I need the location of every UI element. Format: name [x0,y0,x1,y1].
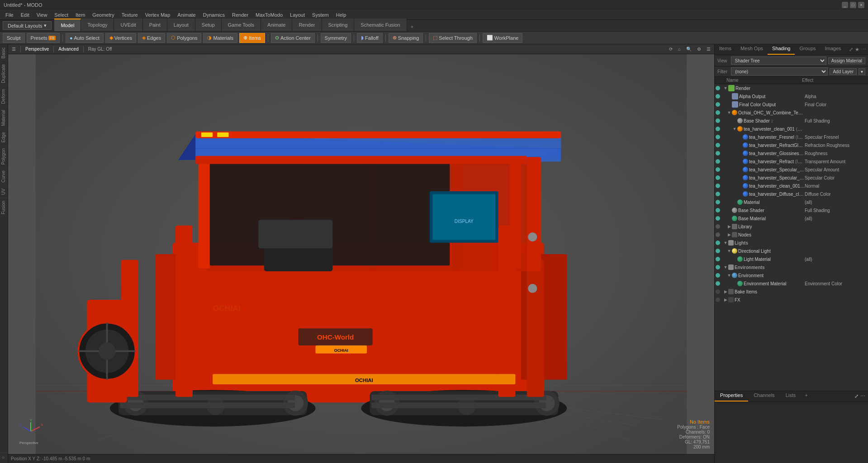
vis-tea-fresnel[interactable] [715,135,721,139]
tree-row-fx[interactable]: ▶ FX [715,296,868,304]
toggle-library[interactable]: ▶ [726,224,732,229]
vis-base-shader[interactable] [715,118,721,123]
panel-pin-button[interactable]: ★ [855,47,859,52]
window-controls[interactable]: _ □ × [842,2,864,8]
tree-row-environment-material[interactable]: Environment Material Environment Color [715,279,868,288]
tab-add-button[interactable]: + [407,22,417,31]
tree-row-tea-glossiness[interactable]: tea_harvester_Glossiness_clean (Im... Ro… [715,149,868,157]
viewport-reset-button[interactable]: ⟳ [667,46,674,52]
vis-ochiai[interactable] [715,110,721,115]
toggle-tea-material[interactable]: ▼ [732,127,737,131]
tree-row-tea-specular-amt[interactable]: tea_harvester_Specular_clean (Ima... Spe… [715,165,868,174]
sidebar-tab-bottom[interactable]: ○ [0,452,8,463]
materials-button[interactable]: ◑ Materials [203,33,237,43]
tree-row-material[interactable]: Material (all) [715,198,868,206]
panel-tab-groups[interactable]: Groups [795,44,820,55]
panel-tab-shading[interactable]: Shading [768,44,795,55]
vis-finalcolor[interactable] [715,102,721,107]
sidebar-tab-basic[interactable]: Basic [0,44,8,61]
viewport-zoom-button[interactable]: 🔍 [684,46,693,52]
sidebar-tab-material[interactable]: Material [0,107,8,129]
bottom-tab-add[interactable]: + [801,391,811,402]
advanced-button[interactable]: Advanced [57,46,80,52]
menu-geometry[interactable]: Geometry [89,11,118,19]
action-center-button[interactable]: ⊙ Action Center [271,33,315,43]
tab-schematic[interactable]: Schematic Fusion [354,19,407,31]
panel-tab-meshops[interactable]: Mesh Ops [736,44,768,55]
sidebar-tab-edge[interactable]: Edge [0,129,8,145]
tab-paint[interactable]: Paint [143,19,167,31]
falloff-button[interactable]: ◗ Falloff [357,33,383,43]
menu-maxtomodo[interactable]: MaxToModo [252,11,286,19]
tree-row-environments[interactable]: ▼ Environments [715,263,868,271]
presets-button[interactable]: Presets Fit [27,33,60,43]
vis-library[interactable] [715,224,721,229]
bottom-tab-lists[interactable]: Lists [780,391,802,402]
viewport-home-button[interactable]: ⌂ [676,46,683,52]
tree-row-lights[interactable]: ▼ Lights [715,239,868,247]
tree-row-base-shader2[interactable]: Base Shader Full Shading [715,206,868,214]
tab-render[interactable]: Render [292,19,322,31]
vis-material[interactable] [715,200,721,204]
toggle-render[interactable]: ▼ [723,86,728,90]
vis-base-material[interactable] [715,216,721,221]
menu-render[interactable]: Render [228,11,252,19]
toggle-nodes[interactable]: ▶ [726,232,732,237]
vis-environment-material[interactable] [715,281,721,286]
assign-material-button[interactable]: Assign Material [828,57,865,64]
snapping-button[interactable]: ⊛ Snapping [389,33,423,43]
select-through-button[interactable]: ⬚ Select Through [429,33,476,43]
add-layer-button[interactable]: Add Layer [830,68,857,75]
tree-row-nodes[interactable]: ▶ Nodes [715,231,868,239]
tab-model[interactable]: Model [54,19,81,31]
tree-row-tea-specular-col[interactable]: tea_harvester_Specular_clean (Image)... … [715,174,868,182]
view-select[interactable]: Shader Tree [731,57,826,65]
tab-scripting[interactable]: Scripting [322,19,355,31]
vis-tea-bump[interactable] [715,184,721,188]
menu-file[interactable]: File [2,11,17,19]
sidebar-tab-polygon[interactable]: Polygon [0,145,8,167]
menu-help[interactable]: Help [332,11,350,19]
workplane-button[interactable]: ⬜ WorkPlane [483,33,523,43]
tab-layout[interactable]: Layout [167,19,195,31]
viewport-menu-button[interactable]: ☰ [10,46,18,52]
vis-lights[interactable] [715,241,721,245]
vis-alpha[interactable] [715,94,721,99]
vis-fx[interactable] [715,298,721,302]
menu-layout[interactable]: Layout [286,11,308,19]
toggle-directional-light[interactable]: ▼ [726,249,732,253]
layout-selector[interactable]: Default Layouts ▾ [3,21,52,30]
vis-tea-refractgloss[interactable] [715,143,721,147]
tree-row-tea-material[interactable]: ▼ tea_harvester_clean_001 (Material) [715,125,868,133]
panel-tab-images[interactable]: Images [821,44,846,55]
menu-edit[interactable]: Edit [17,11,33,19]
tab-topology[interactable]: Topology [81,19,114,31]
perspective-button[interactable]: Perspective [24,46,51,52]
raygl-button[interactable]: Ray GL: Off [86,46,114,52]
bottom-expand-button[interactable]: ⤢ [854,393,859,399]
bottom-tab-channels[interactable]: Channels [748,391,780,402]
menu-item[interactable]: Item [72,11,89,19]
menu-texture[interactable]: Texture [118,11,142,19]
panel-expand-button[interactable]: ⤢ [849,47,853,52]
vertices-button[interactable]: ◆ Vertices [105,33,136,43]
tab-animate[interactable]: Animate [261,19,292,31]
edges-button[interactable]: ◈ Edges [138,33,165,43]
vis-directional-light[interactable] [715,249,721,253]
toggle-fx[interactable]: ▶ [723,298,728,302]
add-layer-dropdown[interactable]: ▾ [859,68,865,75]
vis-tea-refract[interactable] [715,159,721,164]
vis-render[interactable] [715,86,721,90]
tree-row-render[interactable]: ▼ Render [715,84,868,92]
vis-environment[interactable] [715,273,721,278]
sidebar-tab-uv[interactable]: UV [0,185,8,198]
toggle-environment[interactable]: ▼ [726,273,732,278]
tree-row-base-shader[interactable]: Base Shader 2 Full Shading [715,117,868,125]
sidebar-tab-curve[interactable]: Curve [0,167,8,185]
auto-select-button[interactable]: ● Auto Select [66,33,104,43]
tab-uvedit[interactable]: UVEdit [114,19,142,31]
menu-animate[interactable]: Animate [174,11,199,19]
tree-row-tea-bump[interactable]: tea_harvester_clean_001_bump (Im... Norm… [715,182,868,190]
sidebar-tab-duplicate[interactable]: Duplicate [0,61,8,86]
menu-system[interactable]: System [308,11,332,19]
